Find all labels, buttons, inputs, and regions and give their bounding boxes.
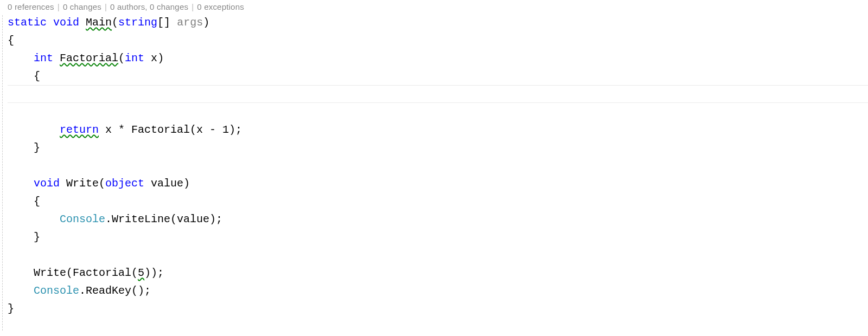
codelens-changes[interactable]: 0 changes (63, 2, 101, 11)
code-line[interactable]: Console.WriteLine(value); (8, 210, 868, 228)
keyword-static: static (8, 16, 47, 29)
method-write: Write( (60, 177, 105, 190)
code-line[interactable] (8, 157, 868, 175)
code-line[interactable]: return x * Factorial(x - 1); (8, 121, 868, 139)
brace: { (8, 34, 14, 47)
code-text: .WriteLine(value); (105, 213, 222, 225)
codelens-bar[interactable]: 0 references|0 changes|0 authors, 0 chan… (0, 0, 868, 14)
code-line[interactable]: void Write(object value) (8, 175, 868, 192)
code-line[interactable]: { (8, 31, 868, 49)
brace: } (8, 231, 40, 243)
class-console: Console (60, 213, 105, 225)
code-line[interactable]: static void Main(string[] args) (8, 14, 868, 31)
code-line[interactable]: { (8, 192, 868, 210)
code-line[interactable]: } (8, 228, 868, 246)
brace: { (8, 70, 40, 82)
codelens-exceptions[interactable]: 0 exceptions (197, 2, 244, 11)
paren: ) (203, 16, 209, 29)
code-line[interactable]: } (8, 139, 868, 157)
brackets: [] (157, 16, 170, 29)
code-line[interactable] (8, 246, 868, 264)
codelens-authors[interactable]: 0 authors, 0 changes (110, 2, 188, 11)
keyword-void: void (53, 16, 79, 29)
code-line[interactable] (8, 103, 868, 121)
param-args: args (177, 16, 203, 29)
brace: { (8, 195, 40, 208)
code-text: .ReadKey(); (79, 285, 151, 297)
code-line[interactable]: int Factorial(int x) (8, 49, 868, 67)
code-line-current[interactable] (8, 85, 868, 103)
brace: } (8, 302, 14, 315)
method-main: Main (86, 16, 112, 29)
literal-5: 5 (138, 267, 144, 279)
keyword-int: int (125, 52, 144, 64)
keyword-void: void (34, 177, 60, 190)
type-object: object (105, 177, 144, 190)
code-line[interactable]: Console.ReadKey(); (8, 282, 868, 300)
code-text: x * Factorial(x - 1); (99, 124, 242, 136)
code-line[interactable]: Write(Factorial(5)); (8, 264, 868, 282)
code-line[interactable]: { (8, 67, 868, 85)
type-string: string (118, 16, 157, 29)
codelens-references[interactable]: 0 references (8, 2, 54, 11)
paren: ( (112, 16, 118, 29)
class-console: Console (34, 285, 79, 297)
code-text: Write(Factorial( (34, 267, 138, 279)
keyword-int: int (34, 52, 53, 64)
code-line[interactable]: } (8, 300, 868, 318)
keyword-return: return (60, 124, 99, 136)
method-factorial: Factorial (60, 52, 118, 64)
code-editor[interactable]: static void Main(string[] args) { int Fa… (0, 14, 868, 318)
brace: } (8, 141, 40, 154)
